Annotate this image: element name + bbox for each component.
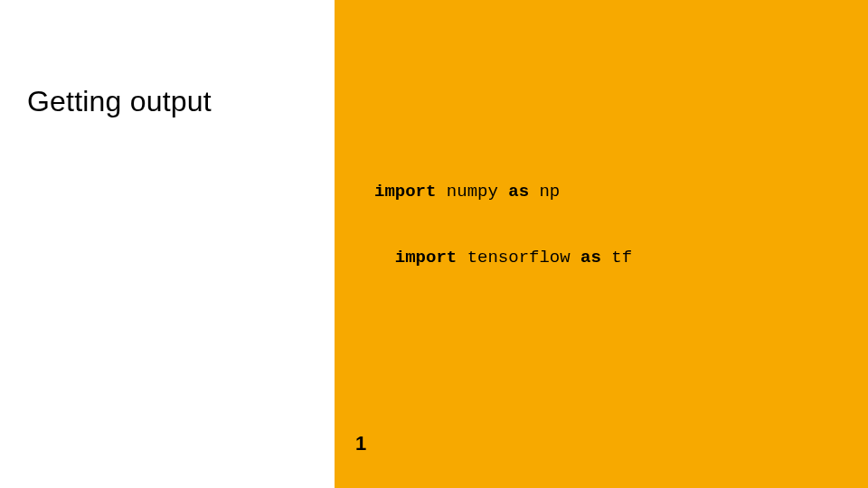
code-text: tensorflow	[467, 248, 580, 267]
code-panel: import numpy as np import tensorflow as …	[335, 0, 868, 488]
kw-as: as	[508, 182, 539, 202]
left-panel: Getting output	[0, 0, 335, 488]
code-text: tf	[611, 248, 632, 267]
slide: Getting output import numpy as np import…	[0, 0, 868, 488]
code-imports: import numpy as np import tensorflow as …	[374, 136, 844, 313]
kw-as: as	[580, 248, 611, 267]
code-line: import numpy as np	[374, 181, 844, 202]
code-area: import numpy as np import tensorflow as …	[374, 49, 844, 488]
code-line: import tensorflow as tf	[374, 247, 844, 268]
kw-import: import	[374, 182, 447, 202]
slide-title: Getting output	[27, 85, 212, 118]
code-text: numpy	[447, 182, 508, 202]
code-block-1: 1 b = tf.Variable(tf.zeros((100,))) W = …	[374, 418, 844, 488]
code-text: np	[539, 182, 560, 202]
step-marker-1: 1	[351, 431, 371, 456]
code-line: b = tf.Variable(tf.zeros((100,)))	[374, 484, 844, 488]
kw-import: import	[374, 248, 467, 267]
